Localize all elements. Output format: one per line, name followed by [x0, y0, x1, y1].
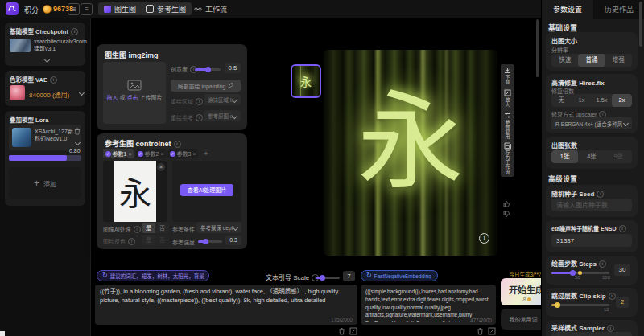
inpaint-ref-dropdown[interactable]: 参考原图 or	[204, 110, 241, 121]
yes-option[interactable]: 是	[142, 235, 155, 245]
clip-skip-value[interactable]: 2	[616, 297, 629, 308]
tab-ref-gen[interactable]: 参考生图	[140, 2, 192, 15]
lora-weight-slider[interactable]	[9, 155, 81, 161]
hires-scale-segmented[interactable]: 无 1x 1.5x 2x	[551, 94, 632, 107]
invert-toggle[interactable]: 是 否	[142, 235, 169, 245]
app-logo[interactable]	[6, 2, 19, 15]
cfg-scale-slider[interactable]	[316, 277, 340, 279]
clip-skip-slider[interactable]	[551, 304, 609, 306]
res-option-fast[interactable]: 快速	[551, 54, 578, 67]
expand-positive-icon[interactable]	[349, 327, 357, 335]
reuse-params-button[interactable]: 参数复用	[501, 109, 514, 141]
controlnet-tab-3[interactable]: ✓ 参数3 ×	[167, 149, 198, 158]
negative-prompt-input[interactable]: (((simple background))),lowres,bad anato…	[365, 288, 489, 322]
tab-img2img[interactable]: 图生图	[98, 2, 142, 15]
hires-option-15x[interactable]: 1.5x	[592, 94, 612, 107]
model-sidebar: 基础模型 Checkpointi xsarchitecturalv3com建筑v…	[0, 18, 91, 336]
resolution-segmented[interactable]: 快速 普通 增强	[551, 54, 632, 67]
batch-option-4[interactable]: 4张	[578, 150, 605, 163]
checkpoint-thumbnail[interactable]	[10, 39, 31, 52]
ensd-input[interactable]	[551, 234, 632, 247]
denoise-value[interactable]: 0.5	[225, 63, 241, 73]
view-ai-image-button[interactable]: 查看AI处理图片	[180, 184, 233, 196]
result-thumbnail[interactable]: 永	[291, 64, 321, 98]
positive-prompt-input[interactable]: ((竹子)), in a blooming garden, (fresh and…	[100, 288, 349, 315]
close-icon[interactable]: ×	[192, 151, 196, 157]
remove-image-button[interactable]: ×	[157, 163, 165, 171]
res-option-enhanced[interactable]: 增强	[605, 54, 632, 67]
steps-card: 绘画步数 Stepsi 50 100 30	[546, 256, 638, 285]
res-option-normal[interactable]: 普通	[578, 54, 605, 67]
upscaler-dropdown[interactable]: R-ESRGAN 4x+ (适合多种风	[551, 117, 632, 129]
upload-click-link[interactable]: 点击	[126, 95, 138, 100]
tab-workflow[interactable]: 工作流	[188, 2, 233, 15]
pencil-icon	[228, 83, 233, 88]
tab-history[interactable]: 历史作品	[593, 0, 644, 19]
chevron-down-icon[interactable]	[44, 57, 50, 63]
steps-slider[interactable]	[551, 272, 609, 274]
download-button[interactable]: 下载	[501, 64, 514, 88]
image-size-card: 出图大小 分辨率 快速 普通 增强	[546, 32, 638, 71]
check-icon: ✓	[105, 151, 111, 157]
steps-value[interactable]: 30	[614, 264, 630, 276]
batch-segmented[interactable]: 1张 4张 9张	[551, 150, 632, 163]
clear-positive-icon[interactable]	[338, 327, 345, 335]
grid-view-button[interactable]: ⊞	[68, 3, 80, 15]
hires-option-none[interactable]: 无	[551, 94, 572, 107]
thumbs-down-icon[interactable]	[502, 210, 510, 219]
hires-option-1x[interactable]: 1x	[572, 94, 592, 107]
chevron-down-icon[interactable]	[75, 140, 80, 145]
clear-negative-icon[interactable]	[477, 327, 484, 335]
add-controlnet-tab-button[interactable]: +	[200, 149, 213, 158]
controlnet-tab-2[interactable]: ✓ 参数2 ×	[135, 149, 166, 158]
hires-option-2x[interactable]: 2x	[612, 94, 632, 107]
thumbs-up-icon[interactable]	[502, 199, 510, 208]
controlnet-source-image[interactable]: 永	[114, 161, 156, 222]
lora-card[interactable]: XSArchi_127新科幻Neov1.0	[9, 125, 81, 150]
generated-image[interactable]: 永 i	[324, 50, 497, 256]
save-workflow-button[interactable]: 存为工作流	[501, 140, 514, 177]
trash-icon[interactable]	[74, 128, 80, 135]
batch-option-1[interactable]: 1张	[551, 150, 578, 163]
image-info-icon[interactable]: i	[479, 233, 489, 244]
close-icon[interactable]: ×	[160, 151, 163, 157]
no-option[interactable]: 否	[155, 223, 169, 233]
menu-button[interactable]: ≡	[80, 3, 93, 15]
cfg-scale-value[interactable]: 7	[343, 271, 355, 281]
seed-title: 随机种子 Seed	[551, 191, 594, 198]
suggest-words-pill[interactable]: ↻ 建议的词汇，短发，树林，太阳光，背景，动作，最佳质量	[97, 270, 209, 281]
upload-dropzone[interactable]: 拖入 或 点击 上传图片	[103, 62, 166, 124]
sampler-title: 采样模式 Sampler	[551, 325, 605, 332]
ref-condition-dropdown[interactable]: 参考景深 dept	[196, 222, 242, 233]
canvas-scrollbar[interactable]	[536, 19, 539, 77]
controlnet-tab-1[interactable]: ✓ 参数1 ×	[103, 149, 134, 158]
download-icon	[504, 67, 511, 74]
inpaint-area-dropdown[interactable]: 涂抹区域 In	[204, 94, 241, 105]
expand-negative-icon[interactable]	[488, 327, 496, 335]
ai-process-toggle[interactable]: 是 否	[142, 223, 169, 233]
upload-drag-link[interactable]: 拖入	[107, 95, 118, 100]
refresh-icon: ↻	[366, 272, 372, 279]
chevron-down-icon[interactable]	[79, 90, 85, 96]
settings-scrollbar[interactable]	[639, 2, 642, 47]
ref-strength-value[interactable]: 0.3	[225, 236, 242, 245]
yes-option[interactable]: 是	[142, 223, 155, 233]
sampler-dropdown[interactable]: 建议步数搭配模式-易调试的 (DP	[551, 332, 632, 336]
info-icon: i	[71, 28, 78, 35]
denoise-slider[interactable]	[195, 68, 221, 71]
no-option[interactable]: 否	[155, 235, 169, 245]
reuse-params-label: 参数复用	[504, 120, 511, 139]
vae-value[interactable]: 840000 (通用)	[29, 90, 69, 99]
vae-thumbnail[interactable]	[10, 85, 25, 100]
zoom-image-button[interactable]: 放大	[501, 87, 514, 111]
add-lora-button[interactable]: + 添加	[9, 167, 81, 199]
ref-strength-slider[interactable]	[198, 240, 222, 243]
checkpoint-name[interactable]: xsarchitecturalv3com建筑v3.1	[34, 38, 82, 53]
upload-rest-text: 上传图片	[139, 95, 162, 100]
negative-embedding-pill[interactable]: ↻ FastNegativeEmbedding	[361, 270, 438, 281]
lora-panel: 叠加模型 Lora XSArchi_127新科幻Neov1.0 0.80 + 添…	[5, 111, 85, 206]
close-icon[interactable]: ×	[128, 151, 131, 157]
seed-input[interactable]	[551, 199, 632, 211]
inpaint-button[interactable]: 局部重绘 inpainting	[171, 80, 241, 92]
tab-params[interactable]: 参数设置	[542, 0, 593, 19]
